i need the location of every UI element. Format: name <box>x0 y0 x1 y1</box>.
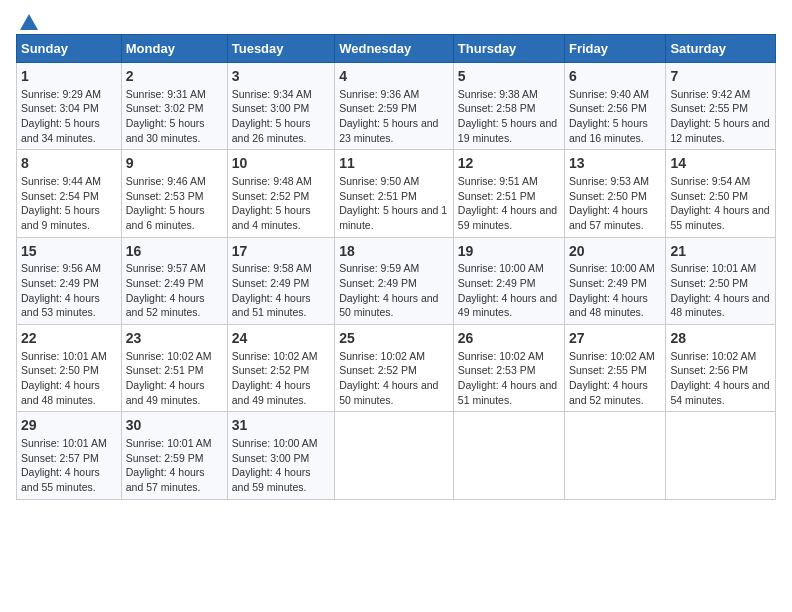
calendar-cell: 4Sunrise: 9:36 AMSunset: 2:59 PMDaylight… <box>335 63 454 150</box>
calendar-cell: 22Sunrise: 10:01 AMSunset: 2:50 PMDaylig… <box>17 325 122 412</box>
day-number: 3 <box>232 67 330 87</box>
col-header-wednesday: Wednesday <box>335 35 454 63</box>
calendar-cell: 20Sunrise: 10:00 AMSunset: 2:49 PMDaylig… <box>565 237 666 324</box>
calendar-cell: 27Sunrise: 10:02 AMSunset: 2:55 PMDaylig… <box>565 325 666 412</box>
day-number: 17 <box>232 242 330 262</box>
day-info: Sunrise: 10:01 AMSunset: 2:59 PMDaylight… <box>126 436 223 495</box>
calendar-cell: 19Sunrise: 10:00 AMSunset: 2:49 PMDaylig… <box>453 237 564 324</box>
day-info: Sunrise: 9:48 AMSunset: 2:52 PMDaylight:… <box>232 174 330 233</box>
col-header-tuesday: Tuesday <box>227 35 334 63</box>
header <box>16 12 776 26</box>
calendar-cell: 6Sunrise: 9:40 AMSunset: 2:56 PMDaylight… <box>565 63 666 150</box>
calendar-cell: 11Sunrise: 9:50 AMSunset: 2:51 PMDayligh… <box>335 150 454 237</box>
day-number: 26 <box>458 329 560 349</box>
day-info: Sunrise: 10:01 AMSunset: 2:50 PMDaylight… <box>21 349 117 408</box>
calendar-cell: 29Sunrise: 10:01 AMSunset: 2:57 PMDaylig… <box>17 412 122 499</box>
day-info: Sunrise: 10:02 AMSunset: 2:53 PMDaylight… <box>458 349 560 408</box>
day-number: 20 <box>569 242 661 262</box>
calendar-cell: 9Sunrise: 9:46 AMSunset: 2:53 PMDaylight… <box>121 150 227 237</box>
day-number: 2 <box>126 67 223 87</box>
svg-marker-0 <box>20 14 38 30</box>
day-number: 9 <box>126 154 223 174</box>
day-info: Sunrise: 10:01 AMSunset: 2:50 PMDaylight… <box>670 261 771 320</box>
calendar-week-row: 8Sunrise: 9:44 AMSunset: 2:54 PMDaylight… <box>17 150 776 237</box>
day-number: 5 <box>458 67 560 87</box>
day-number: 28 <box>670 329 771 349</box>
day-number: 31 <box>232 416 330 436</box>
day-info: Sunrise: 9:44 AMSunset: 2:54 PMDaylight:… <box>21 174 117 233</box>
day-number: 18 <box>339 242 449 262</box>
calendar-cell: 23Sunrise: 10:02 AMSunset: 2:51 PMDaylig… <box>121 325 227 412</box>
day-number: 21 <box>670 242 771 262</box>
calendar-week-row: 1Sunrise: 9:29 AMSunset: 3:04 PMDaylight… <box>17 63 776 150</box>
calendar-cell <box>666 412 776 499</box>
col-header-friday: Friday <box>565 35 666 63</box>
calendar-cell <box>565 412 666 499</box>
calendar-cell: 21Sunrise: 10:01 AMSunset: 2:50 PMDaylig… <box>666 237 776 324</box>
day-info: Sunrise: 9:56 AMSunset: 2:49 PMDaylight:… <box>21 261 117 320</box>
day-number: 10 <box>232 154 330 174</box>
calendar-week-row: 22Sunrise: 10:01 AMSunset: 2:50 PMDaylig… <box>17 325 776 412</box>
day-info: Sunrise: 9:40 AMSunset: 2:56 PMDaylight:… <box>569 87 661 146</box>
day-number: 19 <box>458 242 560 262</box>
day-info: Sunrise: 9:57 AMSunset: 2:49 PMDaylight:… <box>126 261 223 320</box>
logo-icon <box>18 12 40 32</box>
day-info: Sunrise: 9:38 AMSunset: 2:58 PMDaylight:… <box>458 87 560 146</box>
col-header-thursday: Thursday <box>453 35 564 63</box>
day-info: Sunrise: 9:59 AMSunset: 2:49 PMDaylight:… <box>339 261 449 320</box>
day-info: Sunrise: 10:02 AMSunset: 2:52 PMDaylight… <box>339 349 449 408</box>
day-number: 27 <box>569 329 661 349</box>
day-number: 1 <box>21 67 117 87</box>
day-info: Sunrise: 10:02 AMSunset: 2:51 PMDaylight… <box>126 349 223 408</box>
calendar-week-row: 15Sunrise: 9:56 AMSunset: 2:49 PMDayligh… <box>17 237 776 324</box>
calendar-cell: 15Sunrise: 9:56 AMSunset: 2:49 PMDayligh… <box>17 237 122 324</box>
page-container: SundayMondayTuesdayWednesdayThursdayFrid… <box>0 0 792 508</box>
day-number: 24 <box>232 329 330 349</box>
day-info: Sunrise: 9:31 AMSunset: 3:02 PMDaylight:… <box>126 87 223 146</box>
calendar-cell: 13Sunrise: 9:53 AMSunset: 2:50 PMDayligh… <box>565 150 666 237</box>
calendar-cell: 31Sunrise: 10:00 AMSunset: 3:00 PMDaylig… <box>227 412 334 499</box>
calendar-cell: 10Sunrise: 9:48 AMSunset: 2:52 PMDayligh… <box>227 150 334 237</box>
calendar-cell: 17Sunrise: 9:58 AMSunset: 2:49 PMDayligh… <box>227 237 334 324</box>
calendar-cell: 8Sunrise: 9:44 AMSunset: 2:54 PMDaylight… <box>17 150 122 237</box>
day-number: 15 <box>21 242 117 262</box>
day-number: 16 <box>126 242 223 262</box>
day-number: 6 <box>569 67 661 87</box>
day-info: Sunrise: 10:02 AMSunset: 2:56 PMDaylight… <box>670 349 771 408</box>
day-number: 8 <box>21 154 117 174</box>
day-info: Sunrise: 10:00 AMSunset: 3:00 PMDaylight… <box>232 436 330 495</box>
calendar-cell <box>453 412 564 499</box>
day-info: Sunrise: 9:36 AMSunset: 2:59 PMDaylight:… <box>339 87 449 146</box>
day-info: Sunrise: 10:02 AMSunset: 2:55 PMDaylight… <box>569 349 661 408</box>
day-number: 29 <box>21 416 117 436</box>
calendar-cell: 12Sunrise: 9:51 AMSunset: 2:51 PMDayligh… <box>453 150 564 237</box>
calendar-cell: 25Sunrise: 10:02 AMSunset: 2:52 PMDaylig… <box>335 325 454 412</box>
calendar-cell: 1Sunrise: 9:29 AMSunset: 3:04 PMDaylight… <box>17 63 122 150</box>
day-info: Sunrise: 10:02 AMSunset: 2:52 PMDaylight… <box>232 349 330 408</box>
day-number: 4 <box>339 67 449 87</box>
day-info: Sunrise: 9:42 AMSunset: 2:55 PMDaylight:… <box>670 87 771 146</box>
day-info: Sunrise: 9:46 AMSunset: 2:53 PMDaylight:… <box>126 174 223 233</box>
day-number: 14 <box>670 154 771 174</box>
calendar-cell: 30Sunrise: 10:01 AMSunset: 2:59 PMDaylig… <box>121 412 227 499</box>
day-number: 30 <box>126 416 223 436</box>
calendar-cell: 3Sunrise: 9:34 AMSunset: 3:00 PMDaylight… <box>227 63 334 150</box>
day-info: Sunrise: 9:29 AMSunset: 3:04 PMDaylight:… <box>21 87 117 146</box>
day-info: Sunrise: 9:34 AMSunset: 3:00 PMDaylight:… <box>232 87 330 146</box>
calendar-cell <box>335 412 454 499</box>
day-info: Sunrise: 9:51 AMSunset: 2:51 PMDaylight:… <box>458 174 560 233</box>
calendar-cell: 28Sunrise: 10:02 AMSunset: 2:56 PMDaylig… <box>666 325 776 412</box>
day-number: 23 <box>126 329 223 349</box>
calendar-cell: 2Sunrise: 9:31 AMSunset: 3:02 PMDaylight… <box>121 63 227 150</box>
day-number: 11 <box>339 154 449 174</box>
calendar-cell: 7Sunrise: 9:42 AMSunset: 2:55 PMDaylight… <box>666 63 776 150</box>
day-info: Sunrise: 9:50 AMSunset: 2:51 PMDaylight:… <box>339 174 449 233</box>
calendar-table: SundayMondayTuesdayWednesdayThursdayFrid… <box>16 34 776 500</box>
day-number: 7 <box>670 67 771 87</box>
col-header-saturday: Saturday <box>666 35 776 63</box>
logo <box>16 12 40 26</box>
day-number: 25 <box>339 329 449 349</box>
day-info: Sunrise: 10:00 AMSunset: 2:49 PMDaylight… <box>458 261 560 320</box>
day-number: 22 <box>21 329 117 349</box>
calendar-week-row: 29Sunrise: 10:01 AMSunset: 2:57 PMDaylig… <box>17 412 776 499</box>
